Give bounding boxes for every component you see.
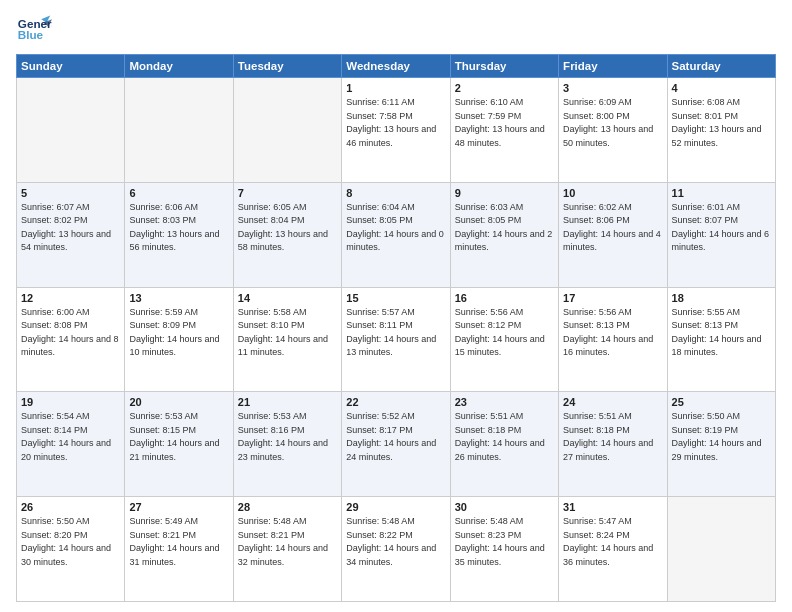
- day-number: 12: [21, 292, 120, 304]
- day-info: Sunrise: 6:01 AMSunset: 8:07 PMDaylight:…: [672, 201, 771, 255]
- day-info: Sunrise: 6:00 AMSunset: 8:08 PMDaylight:…: [21, 306, 120, 360]
- day-info: Sunrise: 6:03 AMSunset: 8:05 PMDaylight:…: [455, 201, 554, 255]
- calendar-cell: 26Sunrise: 5:50 AMSunset: 8:20 PMDayligh…: [17, 497, 125, 602]
- day-number: 2: [455, 82, 554, 94]
- calendar-cell: 24Sunrise: 5:51 AMSunset: 8:18 PMDayligh…: [559, 392, 667, 497]
- page: General Blue SundayMondayTuesdayWednesda…: [0, 0, 792, 612]
- calendar-cell: 30Sunrise: 5:48 AMSunset: 8:23 PMDayligh…: [450, 497, 558, 602]
- day-info: Sunrise: 5:49 AMSunset: 8:21 PMDaylight:…: [129, 515, 228, 569]
- calendar-cell: [667, 497, 775, 602]
- day-number: 24: [563, 396, 662, 408]
- calendar-cell: 19Sunrise: 5:54 AMSunset: 8:14 PMDayligh…: [17, 392, 125, 497]
- day-number: 19: [21, 396, 120, 408]
- day-info: Sunrise: 6:06 AMSunset: 8:03 PMDaylight:…: [129, 201, 228, 255]
- day-info: Sunrise: 5:48 AMSunset: 8:21 PMDaylight:…: [238, 515, 337, 569]
- calendar-cell: 21Sunrise: 5:53 AMSunset: 8:16 PMDayligh…: [233, 392, 341, 497]
- day-number: 18: [672, 292, 771, 304]
- calendar-cell: 16Sunrise: 5:56 AMSunset: 8:12 PMDayligh…: [450, 287, 558, 392]
- svg-text:Blue: Blue: [18, 28, 44, 41]
- day-number: 4: [672, 82, 771, 94]
- calendar-cell: 12Sunrise: 6:00 AMSunset: 8:08 PMDayligh…: [17, 287, 125, 392]
- day-number: 22: [346, 396, 445, 408]
- calendar-cell: 9Sunrise: 6:03 AMSunset: 8:05 PMDaylight…: [450, 182, 558, 287]
- calendar-cell: 6Sunrise: 6:06 AMSunset: 8:03 PMDaylight…: [125, 182, 233, 287]
- day-number: 25: [672, 396, 771, 408]
- day-info: Sunrise: 5:52 AMSunset: 8:17 PMDaylight:…: [346, 410, 445, 464]
- calendar-cell: 8Sunrise: 6:04 AMSunset: 8:05 PMDaylight…: [342, 182, 450, 287]
- calendar-cell: 1Sunrise: 6:11 AMSunset: 7:58 PMDaylight…: [342, 78, 450, 183]
- day-number: 21: [238, 396, 337, 408]
- day-info: Sunrise: 6:11 AMSunset: 7:58 PMDaylight:…: [346, 96, 445, 150]
- day-info: Sunrise: 5:54 AMSunset: 8:14 PMDaylight:…: [21, 410, 120, 464]
- day-number: 14: [238, 292, 337, 304]
- calendar-cell: 18Sunrise: 5:55 AMSunset: 8:13 PMDayligh…: [667, 287, 775, 392]
- day-info: Sunrise: 5:55 AMSunset: 8:13 PMDaylight:…: [672, 306, 771, 360]
- day-number: 6: [129, 187, 228, 199]
- day-number: 3: [563, 82, 662, 94]
- calendar-cell: 7Sunrise: 6:05 AMSunset: 8:04 PMDaylight…: [233, 182, 341, 287]
- day-info: Sunrise: 6:10 AMSunset: 7:59 PMDaylight:…: [455, 96, 554, 150]
- calendar-cell: 5Sunrise: 6:07 AMSunset: 8:02 PMDaylight…: [17, 182, 125, 287]
- calendar-cell: [233, 78, 341, 183]
- day-info: Sunrise: 6:08 AMSunset: 8:01 PMDaylight:…: [672, 96, 771, 150]
- day-number: 15: [346, 292, 445, 304]
- day-info: Sunrise: 5:56 AMSunset: 8:13 PMDaylight:…: [563, 306, 662, 360]
- day-number: 29: [346, 501, 445, 513]
- day-number: 17: [563, 292, 662, 304]
- day-info: Sunrise: 5:59 AMSunset: 8:09 PMDaylight:…: [129, 306, 228, 360]
- day-number: 16: [455, 292, 554, 304]
- day-header-tuesday: Tuesday: [233, 55, 341, 78]
- logo-icon: General Blue: [16, 12, 52, 48]
- day-info: Sunrise: 5:53 AMSunset: 8:16 PMDaylight:…: [238, 410, 337, 464]
- day-number: 10: [563, 187, 662, 199]
- day-number: 30: [455, 501, 554, 513]
- calendar-cell: 14Sunrise: 5:58 AMSunset: 8:10 PMDayligh…: [233, 287, 341, 392]
- day-header-wednesday: Wednesday: [342, 55, 450, 78]
- day-info: Sunrise: 5:51 AMSunset: 8:18 PMDaylight:…: [455, 410, 554, 464]
- day-info: Sunrise: 5:48 AMSunset: 8:22 PMDaylight:…: [346, 515, 445, 569]
- calendar-cell: [125, 78, 233, 183]
- day-header-saturday: Saturday: [667, 55, 775, 78]
- day-number: 20: [129, 396, 228, 408]
- calendar-cell: 25Sunrise: 5:50 AMSunset: 8:19 PMDayligh…: [667, 392, 775, 497]
- logo: General Blue: [16, 12, 52, 48]
- day-number: 11: [672, 187, 771, 199]
- day-info: Sunrise: 5:58 AMSunset: 8:10 PMDaylight:…: [238, 306, 337, 360]
- day-header-thursday: Thursday: [450, 55, 558, 78]
- day-number: 28: [238, 501, 337, 513]
- calendar-cell: 17Sunrise: 5:56 AMSunset: 8:13 PMDayligh…: [559, 287, 667, 392]
- day-info: Sunrise: 6:07 AMSunset: 8:02 PMDaylight:…: [21, 201, 120, 255]
- calendar-cell: 15Sunrise: 5:57 AMSunset: 8:11 PMDayligh…: [342, 287, 450, 392]
- day-info: Sunrise: 6:09 AMSunset: 8:00 PMDaylight:…: [563, 96, 662, 150]
- day-number: 1: [346, 82, 445, 94]
- day-info: Sunrise: 6:05 AMSunset: 8:04 PMDaylight:…: [238, 201, 337, 255]
- day-number: 26: [21, 501, 120, 513]
- calendar-cell: [17, 78, 125, 183]
- day-number: 8: [346, 187, 445, 199]
- calendar-cell: 11Sunrise: 6:01 AMSunset: 8:07 PMDayligh…: [667, 182, 775, 287]
- calendar-cell: 23Sunrise: 5:51 AMSunset: 8:18 PMDayligh…: [450, 392, 558, 497]
- calendar-cell: 13Sunrise: 5:59 AMSunset: 8:09 PMDayligh…: [125, 287, 233, 392]
- day-info: Sunrise: 5:56 AMSunset: 8:12 PMDaylight:…: [455, 306, 554, 360]
- day-info: Sunrise: 6:04 AMSunset: 8:05 PMDaylight:…: [346, 201, 445, 255]
- calendar-cell: 29Sunrise: 5:48 AMSunset: 8:22 PMDayligh…: [342, 497, 450, 602]
- header: General Blue: [16, 12, 776, 48]
- day-number: 9: [455, 187, 554, 199]
- day-number: 23: [455, 396, 554, 408]
- calendar-cell: 3Sunrise: 6:09 AMSunset: 8:00 PMDaylight…: [559, 78, 667, 183]
- calendar-cell: 31Sunrise: 5:47 AMSunset: 8:24 PMDayligh…: [559, 497, 667, 602]
- calendar-table: SundayMondayTuesdayWednesdayThursdayFrid…: [16, 54, 776, 602]
- day-header-friday: Friday: [559, 55, 667, 78]
- calendar-cell: 10Sunrise: 6:02 AMSunset: 8:06 PMDayligh…: [559, 182, 667, 287]
- day-number: 7: [238, 187, 337, 199]
- calendar-cell: 22Sunrise: 5:52 AMSunset: 8:17 PMDayligh…: [342, 392, 450, 497]
- day-header-monday: Monday: [125, 55, 233, 78]
- calendar-cell: 4Sunrise: 6:08 AMSunset: 8:01 PMDaylight…: [667, 78, 775, 183]
- day-info: Sunrise: 5:50 AMSunset: 8:19 PMDaylight:…: [672, 410, 771, 464]
- day-info: Sunrise: 5:57 AMSunset: 8:11 PMDaylight:…: [346, 306, 445, 360]
- day-info: Sunrise: 5:50 AMSunset: 8:20 PMDaylight:…: [21, 515, 120, 569]
- calendar-cell: 20Sunrise: 5:53 AMSunset: 8:15 PMDayligh…: [125, 392, 233, 497]
- calendar-cell: 28Sunrise: 5:48 AMSunset: 8:21 PMDayligh…: [233, 497, 341, 602]
- day-number: 27: [129, 501, 228, 513]
- day-number: 31: [563, 501, 662, 513]
